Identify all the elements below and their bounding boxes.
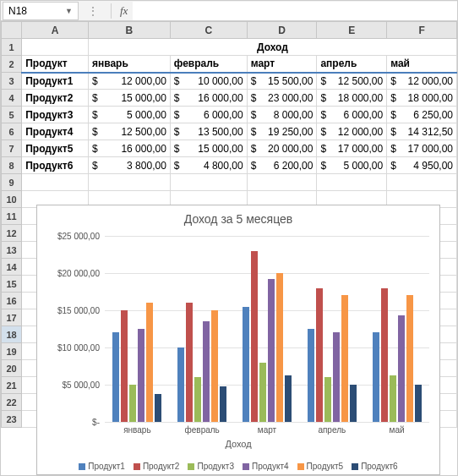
cell-A5[interactable]: Продукт3 [22,107,89,123]
cell-B5[interactable]: $5 000,00 [88,107,170,123]
cell-F9[interactable] [387,174,457,191]
cell-E8[interactable]: $5 000,00 [317,157,387,174]
row-header-15[interactable]: 15 [2,276,22,293]
cell-F7[interactable]: $17 000,00 [387,140,457,157]
cell-C2[interactable]: февраль [170,56,247,73]
cell-E9[interactable] [317,174,387,191]
row-header-19[interactable]: 19 [2,343,22,360]
cell-B6[interactable]: $12 500,00 [88,123,170,140]
chart-y-tick: $20 000,00 [57,269,100,278]
cell-D5[interactable]: $8 000,00 [247,107,317,123]
cell-A6[interactable]: Продукт4 [22,123,89,140]
cell-B7[interactable]: $16 000,00 [88,140,170,157]
row-header-10[interactable]: 10 [2,191,22,208]
row-header-6[interactable]: 6 [2,123,22,140]
chart-plot-area: $-$5 000,00$10 000,00$15 000,00$20 000,0… [105,236,429,422]
cell-B2[interactable]: январь [88,56,170,73]
column-header-C[interactable]: C [170,22,247,39]
cell-title[interactable]: Доход [88,39,456,56]
row-header-8[interactable]: 8 [2,157,22,174]
chart-bar [155,394,161,422]
row-header-9[interactable]: 9 [2,174,22,191]
cell-C7[interactable]: $15 000,00 [170,140,247,157]
legend-item: Продукт4 [243,462,289,471]
chart-x-tick: май [364,422,429,435]
cell-F4[interactable]: $18 000,00 [387,90,457,107]
legend-item: Продукт2 [134,462,180,471]
fx-icon[interactable]: fx [115,4,133,18]
row-header-21[interactable]: 21 [2,377,22,394]
row-header-22[interactable]: 22 [2,394,22,411]
row-header-12[interactable]: 12 [2,225,22,242]
row-header-16[interactable]: 16 [2,293,22,309]
cell-D2[interactable]: март [247,56,317,73]
cell-A3[interactable]: Продукт1 [22,73,89,90]
chart-x-tick: апрель [299,422,364,435]
embedded-chart[interactable]: Доход за 5 месяцев $-$5 000,00$10 000,00… [36,205,440,475]
row-header-18[interactable]: 18 [2,326,22,343]
row-header-23[interactable]: 23 [2,411,22,428]
chart-title: Доход за 5 месяцев [37,205,439,229]
cell-E6[interactable]: $12 000,00 [317,123,387,140]
cell-B3[interactable]: $12 000,00 [88,73,170,90]
cell-F6[interactable]: $14 312,50 [387,123,457,140]
row-header-7[interactable]: 7 [2,140,22,157]
column-header-F[interactable]: F [387,22,457,39]
cell-E2[interactable]: апрель [317,56,387,73]
chart-bar [259,363,266,422]
chart-bar [268,279,275,422]
cell-D9[interactable] [247,174,317,191]
cell-B9[interactable] [88,174,170,191]
cell-A8[interactable]: Продукт6 [22,157,89,174]
cell-F8[interactable]: $4 950,00 [387,157,457,174]
formula-input[interactable] [133,2,457,20]
row-header-20[interactable]: 20 [2,360,22,377]
cell-A4[interactable]: Продукт2 [22,90,89,107]
row-header-17[interactable]: 17 [2,309,22,326]
chart-bar [211,310,218,422]
cell-C5[interactable]: $6 000,00 [170,107,247,123]
cell-C6[interactable]: $13 500,00 [170,123,247,140]
spreadsheet-grid[interactable]: ABCDEF1Доход2Продуктянварьфевральмартапр… [1,21,457,428]
row-header-5[interactable]: 5 [2,107,22,123]
column-header-E[interactable]: E [317,22,387,39]
cell-C4[interactable]: $16 000,00 [170,90,247,107]
chevron-down-icon[interactable]: ▼ [65,7,73,15]
cell-B8[interactable]: $3 800,00 [88,157,170,174]
cell-F2[interactable]: май [387,56,457,73]
row-header-3[interactable]: 3 [2,73,22,90]
cell-A7[interactable]: Продукт5 [22,140,89,157]
cell-F3[interactable]: $12 000,00 [387,73,457,90]
column-header-D[interactable]: D [247,22,317,39]
cell-D3[interactable]: $15 500,00 [247,73,317,90]
row-header-13[interactable]: 13 [2,242,22,259]
chart-bar [341,295,348,422]
column-header-B[interactable]: B [88,22,170,39]
cell-C8[interactable]: $4 800,00 [170,157,247,174]
row-header-1[interactable]: 1 [2,39,22,56]
cell-E3[interactable]: $12 500,00 [317,73,387,90]
cell-D4[interactable]: $23 000,00 [247,90,317,107]
chart-bar [406,295,413,422]
cell-E7[interactable]: $17 000,00 [317,140,387,157]
cell-E5[interactable]: $6 000,00 [317,107,387,123]
cell-C3[interactable]: $10 000,00 [170,73,247,90]
row-header-2[interactable]: 2 [2,56,22,73]
cell-A9[interactable] [22,174,89,191]
cell-B4[interactable]: $15 000,00 [88,90,170,107]
cell-A1[interactable] [22,39,89,56]
cell-F5[interactable]: $6 250,00 [387,107,457,123]
name-box[interactable]: N18 ▼ [3,2,79,20]
cell-E4[interactable]: $18 000,00 [317,90,387,107]
cell-D7[interactable]: $20 000,00 [247,140,317,157]
resize-handle-icon[interactable]: ⋮ [80,8,107,14]
row-header-11[interactable]: 11 [2,208,22,225]
row-header-14[interactable]: 14 [2,259,22,276]
cell-C9[interactable] [170,174,247,191]
cell-A2[interactable]: Продукт [22,56,89,73]
column-header-A[interactable]: A [22,22,89,39]
cell-D6[interactable]: $19 250,00 [247,123,317,140]
cell-D8[interactable]: $6 200,00 [247,157,317,174]
row-header-4[interactable]: 4 [2,90,22,107]
select-all-corner[interactable] [2,22,22,39]
